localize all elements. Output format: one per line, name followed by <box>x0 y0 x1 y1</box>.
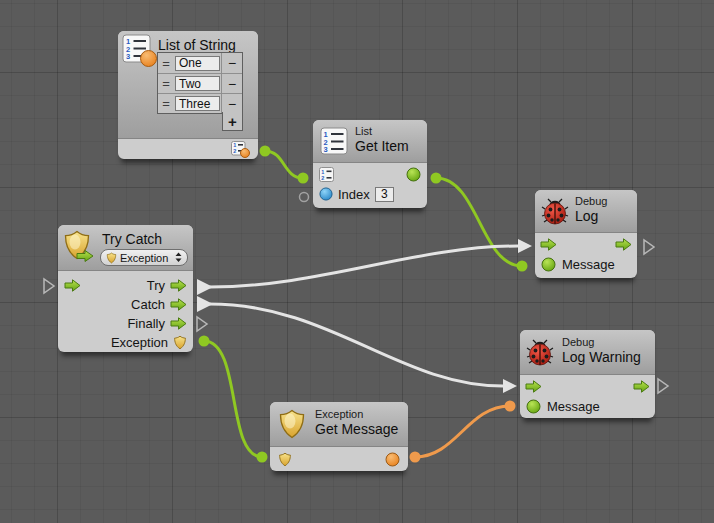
index-label: Index <box>338 187 370 202</box>
catch-output-port[interactable] <box>170 298 187 311</box>
ladybug-icon <box>541 197 569 225</box>
wire-arrowhead <box>197 296 213 312</box>
wire-endpoint <box>260 146 271 157</box>
unconnected-input-marker-trycatch <box>44 279 54 293</box>
wire-getmessage-to-logwarning[interactable] <box>415 406 510 457</box>
drag-handle[interactable]: = <box>158 76 174 91</box>
ladybug-icon <box>526 338 554 366</box>
unconnected-output-marker-logwarning <box>658 379 668 393</box>
dropdown-caret-icon <box>175 252 182 263</box>
node-category: Debug <box>562 336 641 349</box>
flow-input-port[interactable] <box>525 380 542 393</box>
node-list-of-string[interactable]: 1 2 3 List of String = One − = Two − = <box>118 31 258 159</box>
message-input-port[interactable] <box>526 399 541 414</box>
flow-output-port[interactable] <box>615 238 632 251</box>
list-item-row: = One − <box>158 53 242 73</box>
list-literal-icon: 1 2 3 <box>122 34 158 68</box>
message-label: Message <box>547 399 600 414</box>
catch-port-label: Catch <box>131 297 165 312</box>
list-icon: 1 2 3 <box>320 127 348 155</box>
node-title: Get Message <box>315 421 398 437</box>
remove-item-button[interactable]: − <box>221 53 242 73</box>
list-input-port[interactable]: 1 2 <box>319 167 334 182</box>
node-debug-log[interactable]: Debug Log Message <box>535 190 637 278</box>
wire-arrowhead <box>503 379 517 393</box>
shield-icon <box>106 252 117 264</box>
node-title: Get Item <box>355 138 409 154</box>
remove-item-button[interactable]: − <box>221 94 242 113</box>
message-input-port[interactable] <box>541 257 556 272</box>
node-title: Log Warning <box>562 349 641 365</box>
exception-input-port[interactable] <box>278 452 292 467</box>
flow-output-port[interactable] <box>633 380 650 393</box>
list-item-row: = Three − <box>158 93 242 113</box>
unconnected-output-marker-log <box>644 240 654 254</box>
node-title: Try Catch <box>102 231 162 247</box>
wire-endpoint <box>298 173 309 184</box>
unconnected-input-marker-index <box>300 193 309 202</box>
wire-arrowhead <box>197 279 213 295</box>
wire-endpoint <box>517 261 528 272</box>
list-editor: = One − = Two − = Three − <box>157 52 243 114</box>
exception-type-dropdown[interactable]: Exception <box>100 249 188 266</box>
flow-input-port[interactable] <box>64 279 81 292</box>
list-item-field[interactable]: Three <box>175 96 220 111</box>
add-item-button[interactable]: + <box>222 112 243 131</box>
exception-port-label: Exception <box>111 335 168 350</box>
wire-try-to-log[interactable] <box>210 246 518 287</box>
wire-endpoint <box>505 401 516 412</box>
list-item-row: = Two − <box>158 73 242 93</box>
remove-item-button[interactable]: − <box>221 74 242 93</box>
item-output-port[interactable] <box>406 167 421 182</box>
list-output-port[interactable]: 1 2 <box>231 141 251 158</box>
svg-text:3: 3 <box>126 52 130 61</box>
wire-endpoint <box>431 173 442 184</box>
try-catch-icon <box>62 230 96 264</box>
index-input-port[interactable] <box>319 187 333 201</box>
finally-output-port[interactable] <box>170 317 187 330</box>
node-log-warning[interactable]: Debug Log Warning Message <box>520 330 655 418</box>
wire-catch-to-logwarning[interactable] <box>210 304 503 386</box>
message-output-port[interactable] <box>385 452 400 467</box>
drag-handle[interactable]: = <box>158 96 174 111</box>
unconnected-output-marker-finally <box>197 317 207 331</box>
node-body: 1 2 <box>118 140 258 159</box>
wire-endpoint <box>257 452 268 463</box>
list-item-field[interactable]: One <box>175 56 220 71</box>
shield-icon <box>277 409 307 439</box>
wire-list-to-getitem[interactable] <box>265 151 303 178</box>
node-category: Debug <box>575 195 607 208</box>
exception-output-port[interactable] <box>173 335 187 350</box>
svg-text:2: 2 <box>321 175 324 181</box>
wire-arrowhead <box>518 239 532 253</box>
wire-endpoint <box>199 336 210 347</box>
node-try-catch[interactable]: Try Catch Exception Try Catch <box>58 225 193 352</box>
drag-handle[interactable]: = <box>158 56 174 71</box>
try-port-label: Try <box>147 278 165 293</box>
flow-input-port[interactable] <box>540 238 557 251</box>
dropdown-value: Exception <box>120 252 172 264</box>
message-label: Message <box>562 257 615 272</box>
node-title: List of String <box>158 37 236 53</box>
wire-endpoint <box>410 452 421 463</box>
wire-exception-to-getmessage[interactable] <box>204 341 262 457</box>
node-category: List <box>355 125 409 138</box>
node-title: Log <box>575 208 607 224</box>
graph-canvas[interactable]: 1 2 3 List of String = One − = Two − = <box>0 0 714 523</box>
node-get-message[interactable]: Exception Get Message <box>270 402 408 471</box>
svg-text:2: 2 <box>233 148 236 154</box>
node-get-item[interactable]: 1 2 3 List Get Item 1 2 <box>313 120 427 208</box>
finally-port-label: Finally <box>127 316 165 331</box>
svg-text:1: 1 <box>321 168 324 174</box>
try-output-port[interactable] <box>170 279 187 292</box>
svg-text:3: 3 <box>324 145 328 154</box>
node-category: Exception <box>315 408 398 421</box>
list-item-field[interactable]: Two <box>175 76 220 91</box>
index-field[interactable]: 3 <box>375 187 394 202</box>
